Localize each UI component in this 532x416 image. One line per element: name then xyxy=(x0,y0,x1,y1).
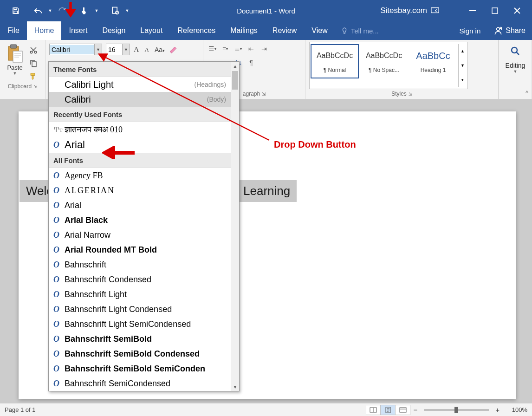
change-case-button[interactable]: Aa▾ xyxy=(153,46,167,53)
lightbulb-icon xyxy=(341,27,348,34)
font-option-calibri[interactable]: O Calibri (Body) xyxy=(49,92,231,107)
font-name-dropdown-button[interactable]: ▼ xyxy=(94,44,102,55)
editing-button[interactable]: Editing ▼ xyxy=(503,42,528,78)
show-hide-icon[interactable]: ¶ xyxy=(246,58,256,68)
scroll-down-icon[interactable]: ▼ xyxy=(231,383,239,391)
font-option-recent-0[interactable]: Ͳт ज्ञातनजप क्मअ 010 xyxy=(49,122,231,137)
font-option-arial-narrow[interactable]: OArial Narrow xyxy=(49,228,231,242)
tab-layout[interactable]: Layout xyxy=(133,21,170,40)
sign-in-button[interactable]: Sign in xyxy=(453,21,487,40)
font-option-recent-arial[interactable]: O Arial xyxy=(49,137,231,153)
font-option-algerian[interactable]: OALGERIAN xyxy=(49,183,231,198)
read-mode-icon[interactable] xyxy=(366,405,381,415)
tab-view[interactable]: View xyxy=(304,21,335,40)
styles-scroll-down-icon[interactable]: ▼ xyxy=(459,58,467,73)
font-option-arial-rounded[interactable]: OArial Rounded MT Bold xyxy=(49,242,231,257)
styles-dialog-launcher-icon[interactable]: ⇲ xyxy=(409,91,412,97)
print-preview-icon[interactable] xyxy=(109,4,122,17)
opentype-icon: O xyxy=(53,140,65,150)
font-option-bahnschrift-condensed[interactable]: OBahnschrift Condensed xyxy=(49,272,231,287)
clear-formatting-icon[interactable] xyxy=(169,45,179,55)
svg-rect-19 xyxy=(400,408,406,412)
decrease-font-button[interactable]: A xyxy=(143,46,151,53)
svg-point-7 xyxy=(497,27,500,31)
font-option-calibri-light[interactable]: O Calibri Light (Headings) xyxy=(49,77,231,92)
tab-file[interactable]: File xyxy=(0,21,27,40)
close-button[interactable] xyxy=(506,3,528,18)
print-layout-icon[interactable] xyxy=(381,405,396,415)
qat-customize-icon[interactable]: ▼ xyxy=(124,4,130,17)
font-name-combo[interactable]: ▼ xyxy=(49,44,102,55)
zoom-out-button[interactable]: − xyxy=(410,406,420,414)
svg-rect-10 xyxy=(10,45,17,48)
maximize-button[interactable] xyxy=(484,3,506,18)
increase-font-button[interactable]: A xyxy=(132,46,141,54)
bullets-icon[interactable]: ☰▾ xyxy=(207,44,217,54)
copy-icon[interactable] xyxy=(28,58,39,69)
undo-icon[interactable] xyxy=(32,4,45,17)
font-option-bahnschrift-semibold-condensed[interactable]: OBahnschrift SemiBold Condensed xyxy=(49,346,231,361)
paste-button[interactable]: Paste ▼ xyxy=(4,44,26,82)
font-option-bahnschrift-light-semicondensed[interactable]: OBahnschrift Light SemiCondensed xyxy=(49,317,231,332)
page-count[interactable]: Page 1 of 1 xyxy=(5,406,36,413)
styles-gallery: AaBbCcDc ¶ Normal AaBbCcDc ¶ No Spac... … xyxy=(309,42,468,89)
share-button[interactable]: Share xyxy=(487,21,532,40)
touch-mode-icon[interactable] xyxy=(78,4,91,17)
zoom-percent[interactable]: 100% xyxy=(502,406,527,413)
save-icon[interactable] xyxy=(9,4,22,17)
font-option-agency-fb[interactable]: OAgency FB xyxy=(49,168,231,183)
tab-home[interactable]: Home xyxy=(27,21,62,40)
tab-references[interactable]: References xyxy=(170,21,223,40)
tab-review[interactable]: Review xyxy=(265,21,304,40)
tab-insert[interactable]: Insert xyxy=(61,21,95,40)
font-option-bahnschrift-semibold-semiconden[interactable]: OBahnschrift SemiBold SemiConden xyxy=(49,361,231,376)
multilevel-icon[interactable]: ≣▾ xyxy=(233,44,243,54)
font-size-combo[interactable]: ▼ xyxy=(106,44,130,55)
zoom-slider[interactable] xyxy=(424,409,489,411)
increase-indent-icon[interactable]: ⇥ xyxy=(259,44,269,54)
paste-icon xyxy=(6,44,23,62)
svg-rect-14 xyxy=(32,62,36,67)
paragraph-dialog-launcher-icon[interactable]: ⇲ xyxy=(262,91,266,97)
font-option-bahnschrift-semibold[interactable]: OBahnschrift SemiBold xyxy=(49,332,231,346)
ribbon-tabs: File Home Insert Design Layout Reference… xyxy=(0,21,532,40)
theme-fonts-header: Theme Fonts xyxy=(49,62,231,77)
tell-me-box[interactable]: Tell me... xyxy=(335,21,384,40)
collapse-ribbon-icon[interactable]: ^ xyxy=(526,90,528,96)
style-heading1[interactable]: AaBbCc Heading 1 xyxy=(409,44,457,78)
document-selected-text-right: Learning xyxy=(237,180,297,202)
styles-expand-icon[interactable]: ▾ xyxy=(459,72,467,87)
tab-design[interactable]: Design xyxy=(95,21,133,40)
font-option-arial-black[interactable]: OArial Black xyxy=(49,213,231,228)
font-option-bahnschrift-semicondensed[interactable]: OBahnschrift SemiCondensed xyxy=(49,376,231,391)
font-option-arial[interactable]: OArial xyxy=(49,198,231,213)
style-no-spacing[interactable]: AaBbCcDc ¶ No Spac... xyxy=(360,44,408,78)
clipboard-dialog-launcher-icon[interactable]: ⇲ xyxy=(33,84,37,89)
clipboard-group-label: Clipboard xyxy=(8,83,32,90)
styles-group-label: Styles xyxy=(391,91,407,97)
web-layout-icon[interactable] xyxy=(396,405,410,415)
cut-icon[interactable] xyxy=(28,45,39,56)
minimize-button[interactable] xyxy=(461,3,484,18)
decrease-indent-icon[interactable]: ⇤ xyxy=(246,44,256,54)
styles-scroll-up-icon[interactable]: ▲ xyxy=(459,44,467,58)
font-option-bahnschrift-light[interactable]: OBahnschrift Light xyxy=(49,287,231,302)
scroll-thumb[interactable] xyxy=(232,71,238,90)
truetype-icon: Ͳт xyxy=(53,125,65,134)
undo-dropdown-icon[interactable]: ▼ xyxy=(47,4,53,17)
zoom-in-button[interactable]: + xyxy=(493,406,502,414)
style-normal[interactable]: AaBbCcDc ¶ Normal xyxy=(311,44,359,78)
sitesbay-label: Sitesbay.com xyxy=(380,6,439,15)
format-painter-icon[interactable] xyxy=(28,71,39,82)
font-dropdown-scrollbar[interactable]: ▲ ▼ xyxy=(231,62,239,391)
redo-icon[interactable] xyxy=(56,4,69,17)
numbering-icon[interactable]: ≡▾ xyxy=(220,44,230,54)
tab-mailings[interactable]: Mailings xyxy=(223,21,265,40)
touch-dropdown-icon[interactable]: ▼ xyxy=(94,4,99,17)
status-bar: Page 1 of 1 − + 100% xyxy=(0,403,532,416)
font-size-dropdown-button[interactable]: ▼ xyxy=(122,44,130,55)
font-dropdown-menu: Theme Fonts O Calibri Light (Headings) O… xyxy=(48,61,240,391)
font-option-bahnschrift[interactable]: OBahnschrift xyxy=(49,257,231,272)
font-option-bahnschrift-light-condensed[interactable]: OBahnschrift Light Condensed xyxy=(49,302,231,317)
scroll-up-icon[interactable]: ▲ xyxy=(231,62,239,70)
